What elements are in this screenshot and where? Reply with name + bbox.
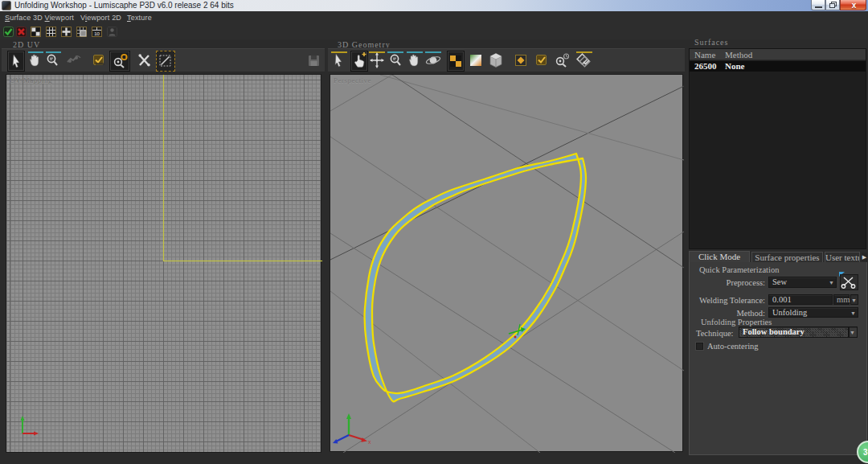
minimize-button[interactable] bbox=[811, 0, 825, 10]
method-label: Method: bbox=[691, 309, 765, 318]
tab-surface-properties[interactable]: Surface properties bbox=[751, 252, 823, 262]
welding-unit-dropdown[interactable]: ▼ bbox=[850, 294, 858, 305]
sew-scissors-button[interactable] bbox=[840, 274, 858, 290]
orbit-3d-button[interactable] bbox=[424, 51, 442, 72]
app-icon bbox=[2, 1, 11, 10]
surfaces-table-header: Name Method bbox=[690, 49, 866, 60]
grid-line bbox=[380, 75, 684, 160]
validate-3d-button[interactable] bbox=[534, 51, 551, 72]
gradient-3d-button[interactable] bbox=[468, 51, 485, 72]
tools-button[interactable] bbox=[137, 51, 154, 72]
menu-bar: Surface 3D Viewport Viewport 2D Texture bbox=[0, 11, 868, 24]
inspect-3d-button[interactable] bbox=[553, 51, 571, 72]
grid-10-icon[interactable]: 10 bbox=[92, 27, 102, 37]
menu-texture[interactable]: Texture bbox=[127, 11, 152, 24]
close-button[interactable]: x bbox=[840, 0, 866, 10]
dropdown-arrow-icon: ▼ bbox=[829, 280, 834, 285]
check-box-icon bbox=[534, 51, 550, 70]
tabs-bar: Click Mode Surface properties User textu… bbox=[689, 251, 867, 262]
uv-2d-viewport[interactable]: UV/Mapping bbox=[6, 74, 321, 453]
diamond-button[interactable] bbox=[513, 51, 530, 72]
dropdown-arrow-icon: ▼ bbox=[851, 298, 857, 303]
weld-tool-button[interactable] bbox=[65, 51, 83, 72]
welding-tolerance-input[interactable]: 0.001 bbox=[768, 294, 833, 305]
grid-toggle-icon[interactable] bbox=[46, 27, 56, 37]
cursor-icon bbox=[330, 51, 346, 70]
grid-line bbox=[330, 233, 675, 453]
save-icon[interactable] bbox=[308, 55, 320, 67]
title-bar: Unfolding Workshop - Lumiscaphe P3D v6.0… bbox=[0, 0, 868, 11]
pan-3d-button[interactable] bbox=[406, 51, 424, 72]
window-title: Unfolding Workshop - Lumiscaphe P3D v6.0… bbox=[14, 0, 234, 11]
surfaces-title: Surfaces bbox=[694, 38, 728, 47]
auto-centering-label: Auto-centering bbox=[707, 342, 759, 351]
close-icon: x bbox=[841, 0, 867, 10]
group-unfolding-properties: Unfolding Properties bbox=[701, 318, 772, 326]
edit-area-icon bbox=[157, 51, 174, 71]
pan-tool-button[interactable] bbox=[27, 51, 44, 72]
pick-3d-button[interactable] bbox=[350, 51, 368, 72]
grid-image-icon[interactable] bbox=[76, 27, 87, 37]
orbit-icon bbox=[424, 51, 442, 70]
leaf-surface[interactable] bbox=[365, 154, 586, 401]
user-icon[interactable] bbox=[107, 27, 117, 37]
technique-dropdown-arrow[interactable]: ▼ bbox=[849, 326, 858, 338]
tab-click-mode[interactable]: Click Mode bbox=[689, 251, 750, 262]
validate-uv-button[interactable] bbox=[91, 51, 108, 72]
surfaces-table[interactable]: Name Method 26500 None bbox=[689, 48, 866, 249]
svg-text:10: 10 bbox=[94, 31, 100, 36]
menu-3d-viewport[interactable]: 3D Viewport bbox=[33, 11, 74, 24]
restore-button[interactable] bbox=[825, 0, 840, 10]
panel-3d-toolbar bbox=[328, 48, 685, 72]
welding-unit-box[interactable]: mm bbox=[833, 294, 850, 305]
cursor-icon bbox=[8, 51, 24, 71]
preprocess-dropdown[interactable]: Sew ▼ bbox=[768, 277, 837, 288]
magnifier-gear-icon bbox=[110, 51, 129, 71]
menu-surface[interactable]: Surface bbox=[5, 11, 31, 24]
select-3d-button[interactable] bbox=[330, 51, 348, 72]
unfold-icon bbox=[574, 51, 593, 70]
tab-scroll-button[interactable]: ▶ bbox=[862, 253, 867, 261]
hand-icon bbox=[27, 51, 43, 70]
scissors-icon bbox=[841, 275, 858, 289]
weld-icon bbox=[65, 51, 83, 70]
perspective-label: Perspective bbox=[334, 76, 371, 84]
main-toolbar: 10 bbox=[0, 24, 868, 39]
cell-name: 26500 bbox=[694, 61, 717, 72]
unfold-button[interactable] bbox=[574, 51, 595, 72]
checker-icon bbox=[448, 51, 464, 71]
perspective-3d-viewport[interactable]: x Perspective bbox=[330, 74, 683, 452]
move-3d-button[interactable] bbox=[369, 51, 387, 72]
table-row[interactable]: 26500 None bbox=[690, 61, 866, 72]
world-axis-gizmo: x bbox=[333, 413, 371, 445]
cross-toggle-icon[interactable] bbox=[61, 27, 72, 37]
zoom-tool-button[interactable] bbox=[44, 51, 62, 72]
uv-boundary-horizontal bbox=[163, 261, 322, 261]
edit-area-button[interactable] bbox=[156, 51, 175, 72]
cube-3d-button[interactable] bbox=[488, 51, 506, 72]
panel-2d-toolbar bbox=[2, 48, 325, 72]
tab-user-textures[interactable]: User textu bbox=[825, 252, 860, 262]
column-method[interactable]: Method bbox=[725, 49, 752, 60]
cancel-icon[interactable] bbox=[16, 27, 27, 37]
grid-line bbox=[330, 291, 540, 453]
checker-3d-button[interactable] bbox=[447, 51, 465, 72]
inspect-tool-button[interactable] bbox=[109, 51, 130, 72]
grid-line bbox=[392, 75, 684, 268]
column-name[interactable]: Name bbox=[694, 49, 715, 60]
select-tool-button[interactable] bbox=[7, 51, 25, 72]
wrench-icon bbox=[137, 51, 153, 70]
diamond-icon bbox=[513, 51, 529, 70]
svg-text:x: x bbox=[368, 439, 371, 445]
group-quick-parameterization: Quick Parameterization bbox=[699, 265, 779, 274]
menu-viewport-2d[interactable]: Viewport 2D bbox=[80, 11, 121, 24]
cell-method: None bbox=[725, 61, 744, 72]
auto-centering-checkbox[interactable] bbox=[696, 343, 703, 350]
method-dropdown[interactable]: Unfolding ▼ bbox=[768, 307, 858, 318]
zoom-3d-button[interactable] bbox=[387, 51, 405, 72]
check-box-icon bbox=[91, 51, 107, 70]
validate-icon[interactable] bbox=[3, 27, 14, 37]
cube-icon bbox=[488, 51, 504, 70]
checker-view-icon[interactable] bbox=[31, 27, 41, 37]
technique-dropdown[interactable]: Follow boundary bbox=[739, 326, 849, 338]
